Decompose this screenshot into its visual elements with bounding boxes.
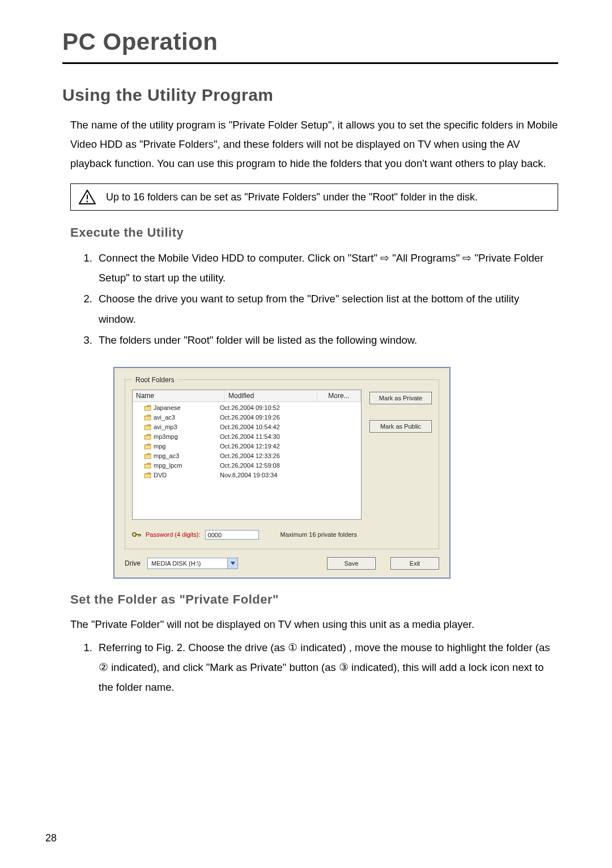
svg-point-2 [87,201,88,203]
folder-icon [144,424,151,430]
table-row[interactable]: JapaneseOct.26,2004 09:10:52 [133,403,361,413]
notice-text: Up to 16 folders can be set as "Private … [106,191,478,203]
column-modified[interactable]: Modified [225,390,317,401]
folder-list[interactable]: Name Modified More... JapaneseOct.26,200… [132,390,362,520]
folder-icon [144,463,151,469]
svg-rect-8 [144,455,151,459]
save-button[interactable]: Save [327,557,376,570]
set-private-step-1: Referring to Fig. 2. Choose the drive (a… [95,638,558,697]
svg-rect-3 [144,407,151,411]
title-divider [62,62,558,64]
svg-marker-12 [231,562,235,565]
drive-value: MEDIA DISK (H:\) [151,560,201,567]
folder-modified: Oct.26,2004 10:54:42 [220,422,316,432]
root-folders-legend: Root Folders [132,376,178,384]
table-row[interactable]: mp3mpgOct.26,2004 11:54:30 [133,432,361,442]
set-private-steps: Referring to Fig. 2. Choose the drive (a… [62,638,558,697]
folder-icon [144,414,151,421]
utility-window: Root Folders Name Modified More... Japan… [113,367,450,579]
svg-rect-4 [144,416,151,420]
svg-rect-5 [144,426,151,430]
execute-step-2: Choose the drive you want to setup from … [95,289,558,328]
root-folders-group: Root Folders Name Modified More... Japan… [125,376,439,549]
folder-modified: Oct.26,2004 11:54:30 [220,432,316,442]
folder-icon [144,434,151,440]
drive-label: Drive [125,559,141,567]
svg-rect-9 [144,464,151,468]
svg-rect-7 [144,445,151,449]
folder-icon [144,472,151,478]
folder-modified: Oct.26,2004 09:19:26 [220,413,316,422]
folder-modified: Oct.26,2004 12:19:42 [220,442,316,451]
folder-name: mp3mpg [154,432,178,442]
warning-icon [79,190,96,204]
folder-modified: Nov.8,2004 19:03:34 [220,471,316,480]
folder-modified: Oct.26,2004 12:59:08 [220,461,316,471]
svg-rect-10 [144,474,151,478]
folder-modified: Oct.26,2004 12:33:26 [220,451,316,461]
notice-box: Up to 16 folders can be set as "Private … [70,183,558,211]
page-number: 28 [45,832,57,844]
column-name[interactable]: Name [133,390,225,401]
drive-select[interactable]: MEDIA DISK (H:\) [147,558,238,569]
execute-step-1: Connect the Mobile Video HDD to computer… [95,248,558,288]
execute-heading: Execute the Utility [70,225,558,240]
folder-modified: Oct.26,2004 09:10:52 [220,403,316,413]
mark-public-button[interactable]: Mark as Public [369,420,432,433]
exit-button[interactable]: Exit [390,557,439,570]
max-folders-label: Maximum 16 private folders [280,531,357,538]
table-row[interactable]: DVDNov.8,2004 19:03:34 [133,471,361,480]
folder-name: DVD [154,471,167,480]
svg-point-11 [133,533,136,536]
password-input[interactable]: 0000 [205,530,259,540]
table-row[interactable]: avi_ac3Oct.26,2004 09:19:26 [133,413,361,422]
table-row[interactable]: avi_mp3Oct.26,2004 10:54:42 [133,422,361,432]
execute-step-3: The folders under "Root" folder will be … [95,330,558,350]
folder-icon [144,405,151,411]
password-label: Password (4 digits): [146,531,201,538]
key-icon [132,531,141,538]
column-more[interactable]: More... [317,390,361,401]
folder-name: avi_mp3 [154,422,177,432]
page-title: PC Operation [62,28,558,55]
folder-icon [144,453,151,459]
table-row[interactable]: mpg_ac3Oct.26,2004 12:33:26 [133,451,361,461]
intro-paragraph: The name of the utility program is "Priv… [70,116,558,174]
table-row[interactable]: mpgOct.26,2004 12:19:42 [133,442,361,451]
set-private-heading: Set the Folder as "Private Folder" [70,592,558,607]
section-title: Using the Utility Program [62,85,558,105]
execute-steps: Connect the Mobile Video HDD to computer… [62,248,558,350]
table-row[interactable]: mpg_lpcmOct.26,2004 12:59:08 [133,461,361,471]
folder-name: Japanese [154,403,181,413]
folder-name: avi_ac3 [154,413,175,422]
chevron-down-icon[interactable] [227,558,237,569]
mark-private-button[interactable]: Mark as Private [369,392,432,404]
folder-name: mpg_ac3 [154,451,179,461]
folder-name: mpg [154,442,165,451]
folder-icon [144,443,151,450]
svg-rect-6 [144,435,151,439]
folder-name: mpg_lpcm [154,461,182,471]
set-private-paragraph: The "Private Folder" will not be display… [70,615,558,634]
